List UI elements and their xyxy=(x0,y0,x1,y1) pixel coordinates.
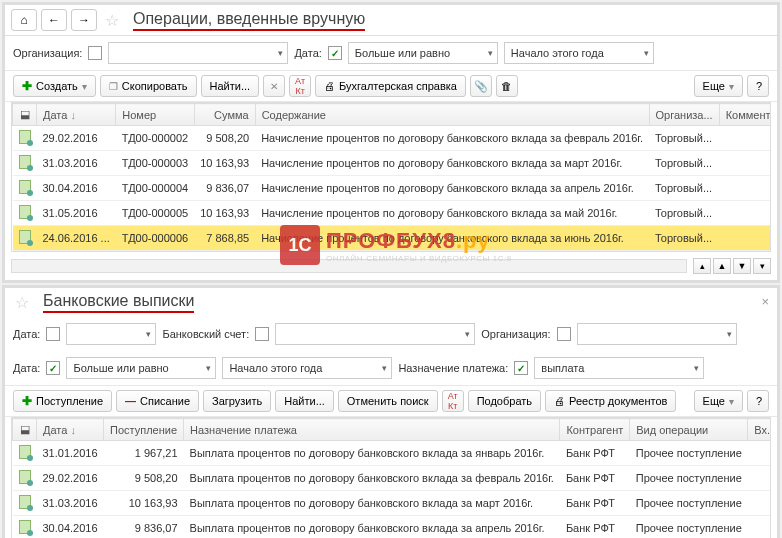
col-desc[interactable]: Содержание xyxy=(255,104,649,126)
writeoff-button[interactable]: —Списание xyxy=(116,390,199,412)
help-button[interactable]: ? xyxy=(747,390,769,412)
doc-icon xyxy=(19,470,31,484)
bank-acct-label: Банковский счет: xyxy=(162,328,249,340)
col-contr[interactable]: Контрагент xyxy=(560,419,630,441)
page-title: Банковские выписки xyxy=(43,292,194,313)
col-comment[interactable]: Коммент... xyxy=(719,104,771,126)
select-button[interactable]: Подобрать xyxy=(468,390,541,412)
date-checkbox-2[interactable] xyxy=(46,361,60,375)
copy-icon: ❐ xyxy=(109,81,118,92)
col-flag[interactable]: ⬓ xyxy=(13,419,37,441)
date-op-select[interactable]: Больше или равно xyxy=(348,42,498,64)
org-label: Организация: xyxy=(481,328,550,340)
table-row[interactable]: 31.03.2016ТД00-00000310 163,93 Начислени… xyxy=(13,151,772,176)
date-period-select[interactable]: Начало этого года xyxy=(504,42,654,64)
date-op-select[interactable]: Больше или равно xyxy=(66,357,216,379)
home-button[interactable]: ⌂ xyxy=(11,9,37,31)
statements-table: ⬓ Дата Поступление Назначение платежа Ко… xyxy=(11,417,771,538)
org-checkbox[interactable] xyxy=(557,327,571,341)
table-row[interactable]: 29.02.2016ТД00-0000029 508,20 Начисление… xyxy=(13,126,772,151)
find-button[interactable]: Найти... xyxy=(275,390,334,412)
purpose-input[interactable]: выплата xyxy=(534,357,704,379)
delete-button[interactable]: 🗑 xyxy=(496,75,518,97)
filter-row: Организация: Дата: Больше или равно Нача… xyxy=(5,36,777,70)
doc-icon xyxy=(19,230,31,244)
filter-row-2: Дата: Больше или равно Начало этого года… xyxy=(5,351,777,385)
table-header: ⬓ Дата Номер Сумма Содержание Организа..… xyxy=(13,104,772,126)
filter-row-1: Дата: Банковский счет: Организация: xyxy=(5,317,777,351)
operations-table: ⬓ Дата Номер Сумма Содержание Организа..… xyxy=(11,102,771,252)
create-button[interactable]: ✚Создать▾ xyxy=(13,75,96,97)
load-button[interactable]: Загрузить xyxy=(203,390,271,412)
actions-toolbar: ✚Создать▾ ❐Скопировать Найти... ✕ АтКт 🖨… xyxy=(5,70,777,102)
col-receipt[interactable]: Поступление xyxy=(104,419,184,441)
col-purpose[interactable]: Назначение платежа xyxy=(184,419,560,441)
date-label: Дата: xyxy=(294,47,321,59)
dt-kt-button[interactable]: АтКт xyxy=(442,390,464,412)
actions-toolbar: ✚Поступление —Списание Загрузить Найти..… xyxy=(5,385,777,417)
doc-icon xyxy=(19,445,31,459)
h-scrollbar[interactable] xyxy=(11,259,687,273)
purpose-label: Назначение платежа: xyxy=(398,362,508,374)
scroll-down-button[interactable]: ▼ xyxy=(733,258,751,274)
attach-button[interactable]: 📎 xyxy=(470,75,492,97)
table-row[interactable]: 31.05.2016ТД00-00000510 163,93 Начислени… xyxy=(13,201,772,226)
forward-button[interactable]: → xyxy=(71,9,97,31)
registry-button[interactable]: 🖨Реестр документов xyxy=(545,390,676,412)
bank-acct-select[interactable] xyxy=(275,323,475,345)
col-date[interactable]: Дата xyxy=(37,104,116,126)
favorite-star-icon[interactable]: ☆ xyxy=(15,293,29,312)
col-org[interactable]: Организа... xyxy=(649,104,719,126)
scroll-top-button[interactable]: ▴ xyxy=(693,258,711,274)
date-select[interactable] xyxy=(66,323,156,345)
print-icon: 🖨 xyxy=(324,80,335,92)
more-button[interactable]: Еще▾ xyxy=(694,390,743,412)
table-row[interactable]: 31.03.201610 163,93Выплата процентов по … xyxy=(13,491,772,516)
help-button[interactable]: ? xyxy=(747,75,769,97)
table-row[interactable]: 24.06.2016 ...ТД00-0000067 868,85 Начисл… xyxy=(13,226,772,251)
page-title: Операции, введенные вручную xyxy=(133,10,365,31)
date-checkbox[interactable] xyxy=(328,46,342,60)
org-select[interactable] xyxy=(108,42,288,64)
table-header: ⬓ Дата Поступление Назначение платежа Ко… xyxy=(13,419,772,441)
col-in-num[interactable]: Вх. ном xyxy=(748,419,771,441)
col-op-type[interactable]: Вид операции xyxy=(630,419,748,441)
org-checkbox[interactable] xyxy=(88,46,102,60)
doc-icon xyxy=(19,180,31,194)
more-button[interactable]: Еще▾ xyxy=(694,75,743,97)
date-period-select[interactable]: Начало этого года xyxy=(222,357,392,379)
date-label: Дата: xyxy=(13,328,40,340)
find-button[interactable]: Найти... xyxy=(201,75,260,97)
date-checkbox-1[interactable] xyxy=(46,327,60,341)
scroll-bottom-button[interactable]: ▾ xyxy=(753,258,771,274)
favorite-star-icon[interactable]: ☆ xyxy=(105,11,119,30)
col-sum[interactable]: Сумма xyxy=(194,104,255,126)
doc-icon xyxy=(19,520,31,534)
col-date[interactable]: Дата xyxy=(37,419,104,441)
nav-toolbar: ⌂ ← → ☆ Операции, введенные вручную xyxy=(5,5,777,36)
date-label2: Дата: xyxy=(13,362,40,374)
acct-ref-button[interactable]: 🖨Бухгалтерская справка xyxy=(315,75,466,97)
receipt-button[interactable]: ✚Поступление xyxy=(13,390,112,412)
bank-acct-checkbox[interactable] xyxy=(255,327,269,341)
purpose-checkbox[interactable] xyxy=(514,361,528,375)
table-row[interactable]: 31.01.20161 967,21Выплата процентов по д… xyxy=(13,441,772,466)
plus-icon: ✚ xyxy=(22,394,32,408)
scroll-up-button[interactable]: ▲ xyxy=(713,258,731,274)
dt-kt-button[interactable]: АтКт xyxy=(289,75,311,97)
bank-statements-panel: × ☆ Банковские выписки Дата: Банковский … xyxy=(2,285,780,538)
col-num[interactable]: Номер xyxy=(116,104,194,126)
org-select[interactable] xyxy=(577,323,737,345)
back-button[interactable]: ← xyxy=(41,9,67,31)
table-row[interactable]: 29.02.20169 508,20Выплата процентов по д… xyxy=(13,466,772,491)
table-row[interactable]: 30.04.20169 836,07Выплата процентов по д… xyxy=(13,516,772,539)
org-label: Организация: xyxy=(13,47,82,59)
col-flag[interactable]: ⬓ xyxy=(13,104,37,126)
minus-icon: — xyxy=(125,395,136,407)
table-row[interactable]: 30.04.2016ТД00-0000049 836,07 Начисление… xyxy=(13,176,772,201)
doc-icon xyxy=(19,495,31,509)
copy-button[interactable]: ❐Скопировать xyxy=(100,75,197,97)
clear-filter-button[interactable]: ✕ xyxy=(263,75,285,97)
cancel-search-button[interactable]: Отменить поиск xyxy=(338,390,438,412)
close-button[interactable]: × xyxy=(761,294,769,309)
